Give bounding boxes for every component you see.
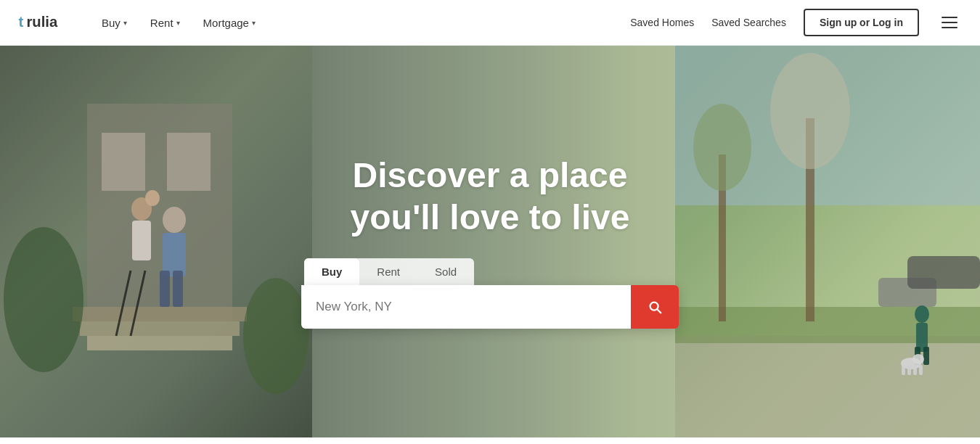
nav-mortgage-label: Mortgage: [203, 17, 249, 29]
search-button[interactable]: [631, 285, 679, 329]
signup-label: Sign up or Log in: [820, 17, 903, 28]
hero-section: Discover a place you'll love to live Buy…: [0, 46, 980, 437]
nav-buy[interactable]: Buy ▾: [91, 11, 137, 35]
search-tabs: Buy Rent Sold: [304, 258, 474, 285]
search-tab-rent-label: Rent: [377, 266, 400, 278]
hero-title-line2: you'll love to live: [351, 198, 630, 237]
nav-rent-label: Rent: [150, 17, 173, 29]
search-tab-buy[interactable]: Buy: [304, 258, 359, 285]
hero-title: Discover a place you'll love to live: [351, 155, 630, 238]
search-icon: [647, 299, 663, 315]
nav-mortgage-chevron: ▾: [252, 19, 256, 27]
hero-content: Discover a place you'll love to live Buy…: [0, 46, 980, 437]
svg-text:t: t: [19, 14, 24, 30]
saved-searches-label: Saved Searches: [711, 17, 786, 28]
menu-bar-3: [942, 27, 957, 28]
nav-mortgage[interactable]: Mortgage ▾: [193, 11, 266, 35]
signup-button[interactable]: Sign up or Log in: [804, 9, 919, 36]
nav-right: Saved Homes Saved Searches Sign up or Lo…: [630, 9, 963, 36]
search-input[interactable]: [301, 285, 631, 329]
saved-homes-link[interactable]: Saved Homes: [630, 17, 694, 28]
search-bar: [301, 285, 679, 329]
saved-homes-label: Saved Homes: [630, 17, 694, 28]
hamburger-menu[interactable]: [936, 9, 963, 36]
nav-rent-chevron: ▾: [176, 19, 180, 27]
search-tab-sold-label: Sold: [435, 266, 457, 278]
logo[interactable]: t rulia: [17, 12, 68, 33]
menu-bar-1: [942, 17, 957, 18]
nav-buy-label: Buy: [102, 17, 121, 29]
saved-searches-link[interactable]: Saved Searches: [711, 17, 786, 28]
nav-buy-chevron: ▾: [123, 19, 127, 27]
navbar: t rulia Buy ▾ Rent ▾ Mortgage ▾ Saved Ho…: [0, 0, 980, 46]
search-tab-sold[interactable]: Sold: [417, 258, 474, 285]
search-tab-rent[interactable]: Rent: [359, 258, 417, 285]
svg-text:rulia: rulia: [26, 14, 57, 30]
search-tab-buy-label: Buy: [322, 266, 342, 278]
nav-rent[interactable]: Rent ▾: [140, 11, 190, 35]
menu-bar-2: [942, 22, 957, 23]
hero-title-line1: Discover a place: [353, 156, 628, 194]
trulia-logo-svg: t rulia: [17, 12, 68, 33]
search-container: Buy Rent Sold: [301, 258, 679, 329]
nav-links: Buy ▾ Rent ▾ Mortgage ▾: [91, 11, 630, 35]
